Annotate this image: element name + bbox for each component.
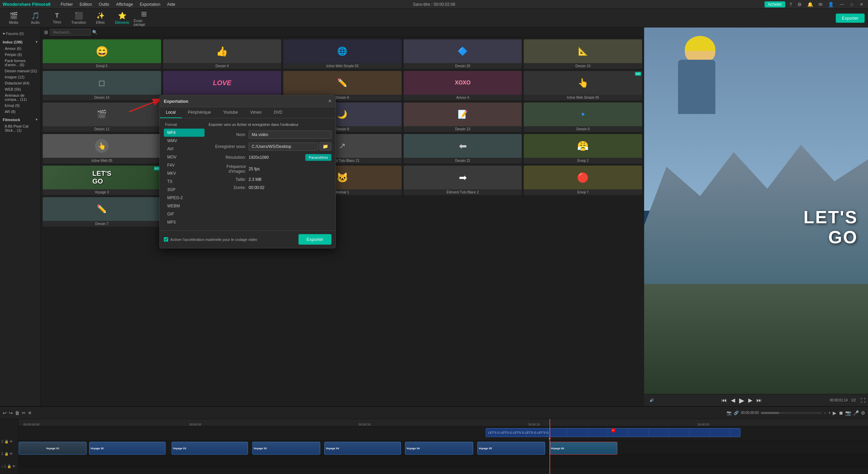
- format-mpeg2[interactable]: MPEG-2: [164, 194, 205, 202]
- element-dessin13[interactable]: 📝 Dessin 13: [404, 102, 522, 132]
- close-timeline-button[interactable]: ✕: [28, 410, 32, 416]
- hardware-accel-checkbox[interactable]: [164, 237, 168, 242]
- format-avi[interactable]: AVI: [164, 145, 205, 153]
- element-voyage3[interactable]: LET'SGO HD Voyage 3: [43, 166, 161, 195]
- notification-icon[interactable]: 🔔: [806, 2, 814, 7]
- sidebar-8bit[interactable]: 8-Bit Pixel Cat Stick... (1): [0, 123, 40, 133]
- preview-volume-icon[interactable]: 🔊: [650, 398, 654, 402]
- element-icone5[interactable]: 👆 HD Icône Web Simple 05: [524, 71, 642, 100]
- tool-titles[interactable]: T Titres: [47, 10, 67, 26]
- voice-button[interactable]: 🎤: [853, 410, 859, 416]
- settings-icon[interactable]: ⚙: [796, 2, 803, 7]
- clip-voyage02b[interactable]: Voyage 02: [252, 442, 320, 455]
- sidebar-pack[interactable]: Pack formes d'anim... (6): [0, 58, 40, 68]
- export-tab-peripherique[interactable]: Périphérique: [182, 107, 217, 118]
- element-dessin11[interactable]: 🎬 Dessin 11: [43, 102, 161, 132]
- format-f4v[interactable]: F4V: [164, 161, 205, 169]
- tool-effects[interactable]: ✨ Effets: [90, 10, 111, 26]
- tool-audio[interactable]: 🎵 Audio: [25, 10, 45, 26]
- menu-outils[interactable]: Outils: [95, 0, 113, 8]
- export-tab-vimeo[interactable]: Vimeo: [244, 107, 268, 118]
- final-export-button[interactable]: Exporter: [298, 234, 331, 245]
- sidebar-insigne[interactable]: Insigne (12): [0, 74, 40, 80]
- path-input[interactable]: [249, 143, 318, 151]
- tool-elements[interactable]: ⭐ Éléments: [112, 10, 132, 26]
- sidebar-didacticiel[interactable]: Didacticiel (64): [0, 80, 40, 86]
- close-button[interactable]: ✕: [858, 2, 865, 7]
- help-icon[interactable]: ?: [788, 2, 793, 7]
- menu-exportation[interactable]: Exportation: [136, 0, 164, 8]
- format-ts[interactable]: TS: [164, 177, 205, 186]
- frame-forward-button[interactable]: ▶: [748, 397, 752, 403]
- grid-view-button[interactable]: ⊞: [43, 29, 49, 36]
- element-dessin4[interactable]: 👍 Dessin 4: [163, 39, 282, 69]
- skip-back-button[interactable]: ⏮: [721, 397, 727, 403]
- name-input[interactable]: [249, 131, 331, 139]
- sidebar-animaux[interactable]: Animaux de compa... (11): [0, 92, 40, 102]
- export-tab-dvd[interactable]: DVD: [268, 107, 288, 118]
- element-emoji7[interactable]: 🔴 Emoji 7: [524, 166, 642, 195]
- timeline-cursor[interactable]: ▼: [549, 441, 550, 455]
- fullscreen-button[interactable]: ⛶: [861, 398, 865, 403]
- settings-timeline-button[interactable]: ⚙: [861, 410, 865, 416]
- timeline-zoom-bar[interactable]: [761, 412, 822, 414]
- element-dessin20[interactable]: 🔷 Dessin 20: [404, 39, 522, 69]
- message-icon[interactable]: ✉: [817, 2, 824, 7]
- sidebar-dessin-manuel[interactable]: Dessin manuel (21): [0, 68, 40, 74]
- buy-button[interactable]: Acheter: [765, 1, 785, 7]
- cut-button[interactable]: ✂: [22, 410, 26, 416]
- format-3gp[interactable]: 3GP: [164, 186, 205, 194]
- track-2-lock-icon[interactable]: 🔒: [4, 440, 8, 443]
- export-button[interactable]: Exporter: [836, 14, 865, 23]
- stop-button[interactable]: ⏹: [838, 410, 843, 416]
- sidebar-web[interactable]: WEB (56): [0, 86, 40, 92]
- element-emoji5[interactable]: 😄 Emoji 5: [43, 39, 161, 69]
- element-amour4[interactable]: XOXO Amour 4: [404, 71, 522, 100]
- menu-fichier[interactable]: Fichier: [57, 0, 76, 8]
- clip-voyage01[interactable]: Voyage 01: [19, 442, 86, 455]
- element-dessin21[interactable]: ⬅ Dessin 21: [404, 134, 522, 164]
- filmstock-header[interactable]: Filmstock ▾: [0, 116, 40, 123]
- clip-voyage04b[interactable]: Voyage 04: [405, 442, 473, 455]
- menu-affichage[interactable]: Affichage: [113, 0, 136, 8]
- format-wmv[interactable]: WMV: [164, 137, 205, 145]
- clip-voyage05[interactable]: Voyage 05: [477, 442, 545, 455]
- element-icone3[interactable]: 🌐 Icône Web Simple 03: [283, 39, 402, 69]
- sidebar-emoji[interactable]: Emoji (9): [0, 102, 40, 109]
- favorites-header[interactable]: ♥ Favoris (0): [0, 30, 40, 37]
- hardware-accel-checkbox-label[interactable]: Activer l'accélération matérielle pour l…: [164, 237, 257, 242]
- maximize-button[interactable]: □: [849, 2, 855, 7]
- indus-header[interactable]: Indus (199) ▾: [0, 38, 40, 45]
- text-clip-voyage3[interactable]: × LET'S G LET'S G LET'S G LET'S G LET'S …: [486, 428, 740, 437]
- element-emoji2[interactable]: 😤 Emoji 2: [524, 134, 642, 164]
- undo-button[interactable]: ↩: [3, 410, 7, 416]
- search-icon[interactable]: 🔍: [92, 30, 97, 35]
- track-audio-eye-icon[interactable]: 👁: [12, 464, 16, 468]
- element-dessin9[interactable]: 🔹 Dessin 9: [524, 102, 642, 132]
- format-mp3[interactable]: MP3: [164, 218, 205, 226]
- tool-screen[interactable]: ⊞ Écran partagé: [134, 10, 154, 26]
- element-dessin10[interactable]: 📐 Dessin 10: [524, 39, 642, 69]
- format-webm[interactable]: WEBM: [164, 202, 205, 210]
- zoom-in-icon[interactable]: +: [828, 411, 831, 415]
- params-button[interactable]: Paramètres: [305, 154, 331, 161]
- add-media-icon[interactable]: 📷: [727, 411, 732, 415]
- sidebar-amour[interactable]: Amour (6): [0, 45, 40, 52]
- element-icone05[interactable]: 👆 Icône Web 05: [43, 134, 161, 164]
- clip-voyage03[interactable]: Voyage 03: [172, 442, 248, 455]
- skip-forward-button[interactable]: ⏭: [756, 397, 762, 403]
- export-tab-youtube[interactable]: Youtube: [217, 107, 244, 118]
- tool-media[interactable]: 🎬 Média: [3, 10, 24, 26]
- sidebar-periplo[interactable]: Périplo (6): [0, 52, 40, 58]
- element-dessin7[interactable]: ✏️ Dessin 7: [43, 197, 161, 227]
- clip-voyage02[interactable]: Voyage 02: [89, 442, 166, 455]
- link-icon[interactable]: 🔗: [734, 411, 739, 415]
- track-1-lock-icon[interactable]: 🔒: [4, 452, 8, 456]
- clip-voyage06[interactable]: Voyage 06: [549, 442, 617, 455]
- play-timeline-button[interactable]: ▶: [833, 410, 836, 416]
- track-audio-lock-icon[interactable]: 🔒: [7, 464, 11, 468]
- minimize-button[interactable]: —: [838, 2, 846, 7]
- element-tuto-blanc2[interactable]: ➡ Élément Tuto Blanc 2: [404, 166, 522, 195]
- clip-delete-button[interactable]: ×: [611, 428, 616, 433]
- menu-edition[interactable]: Edition: [76, 0, 96, 8]
